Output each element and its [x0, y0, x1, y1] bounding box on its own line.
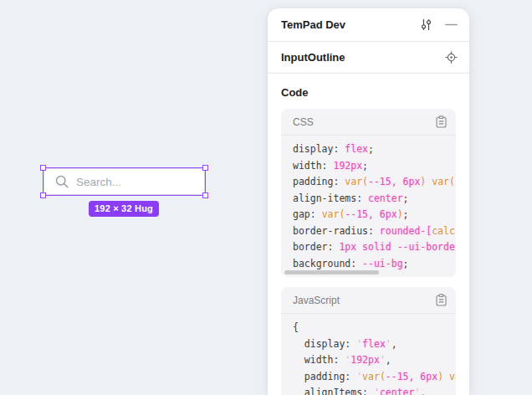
- css-code-block: CSS display: flex;width: 192px;padding: …: [281, 109, 456, 277]
- dimension-badge: 192 × 32 Hug: [89, 201, 159, 217]
- javascript-code-text: { display: 'flex', width: '192px', paddi…: [281, 314, 456, 395]
- component-name: InputOutline: [281, 51, 345, 64]
- css-block-header: CSS: [281, 109, 456, 136]
- selection-handle-nw[interactable]: [40, 165, 46, 171]
- copy-clipboard-icon[interactable]: [436, 115, 447, 128]
- plugin-title: TemPad Dev: [281, 18, 345, 31]
- minimize-icon[interactable]: [445, 18, 458, 31]
- sliders-icon[interactable]: [420, 18, 432, 31]
- search-icon: [54, 174, 69, 189]
- code-section-label: Code: [281, 86, 456, 99]
- css-code-text: display: flex;width: 192px;padding: var(…: [281, 136, 456, 272]
- selection-handle-sw[interactable]: [40, 192, 46, 198]
- selection-handle-se[interactable]: [202, 192, 208, 198]
- copy-clipboard-icon[interactable]: [436, 294, 447, 306]
- canvas-search-input-component[interactable]: Search...: [43, 168, 205, 195]
- tempad-dev-plugin-panel: TemPad Dev InputOutline: [268, 8, 469, 395]
- selection-handle-ne[interactable]: [202, 165, 208, 171]
- locate-target-icon[interactable]: [445, 51, 458, 64]
- horizontal-scrollbar[interactable]: [284, 270, 379, 274]
- javascript-block-label: JavaScript: [293, 295, 340, 306]
- code-section: Code CSS display: flex;width: 192px;padd…: [268, 86, 469, 395]
- css-block-label: CSS: [293, 116, 314, 128]
- plugin-header: TemPad Dev: [268, 8, 469, 42]
- selected-component-row: InputOutline: [268, 42, 469, 74]
- javascript-block-header: JavaScript: [281, 287, 456, 314]
- search-input-placeholder: Search...: [76, 176, 121, 188]
- javascript-code-block: JavaScript { display: 'flex', width: '19…: [281, 287, 456, 395]
